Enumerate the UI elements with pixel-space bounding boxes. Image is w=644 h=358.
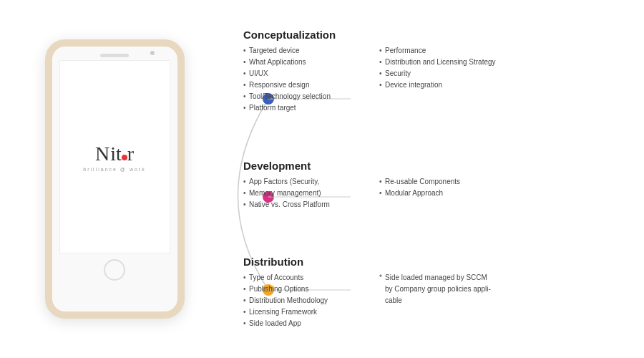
distribution-right-col: * Side loaded managed by SCCMby Company …	[379, 272, 494, 329]
phone-top-bar	[52, 47, 177, 60]
list-item: Platform target	[243, 102, 358, 114]
conceptualization-title: Conceptualization	[243, 29, 623, 41]
list-item: Responsive design	[243, 79, 358, 91]
list-item: Performance	[379, 45, 496, 57]
nitor-r: r	[127, 142, 134, 165]
distribution-left-col: Type of Accounts Publishing Options Dist…	[243, 272, 358, 329]
phone-camera	[150, 51, 155, 55]
phone-speaker	[100, 54, 129, 57]
nitor-tagline: brilliance @ work	[83, 167, 145, 172]
nitor-logo: N i t r brilliance @ work	[83, 142, 145, 172]
development-right-col: Re-usable Components Modular Approach	[379, 176, 494, 211]
content-section: Conceptualization Targeted device What A…	[229, 14, 644, 344]
phone-screen: N i t r brilliance @ work	[59, 60, 170, 253]
list-item: * Side loaded managed by SCCMby Company …	[379, 272, 494, 306]
list-item: Side loaded App	[243, 318, 358, 329]
conceptualization-content: Targeted device What Applications UI/UX …	[243, 45, 623, 114]
list-item: Distribution Methodology	[243, 295, 358, 306]
list-item: Distribution and Licensing Strategy	[379, 57, 496, 68]
list-item: Publishing Options	[243, 284, 358, 295]
phase-distribution: Distribution Type of Accounts Publishing…	[236, 256, 623, 329]
phone-home-button	[104, 259, 125, 281]
phase-conceptualization: Conceptualization Targeted device What A…	[236, 29, 623, 114]
distribution-content: Type of Accounts Publishing Options Dist…	[243, 272, 623, 329]
nitor-i: i	[110, 142, 116, 165]
list-item: Native vs. Cross Platform	[243, 199, 358, 211]
nitor-red-dot	[122, 155, 127, 160]
conceptualization-left-col: Targeted device What Applications UI/UX …	[243, 45, 358, 114]
nitor-name-text: N	[95, 142, 110, 165]
nitor-t: t	[116, 142, 122, 165]
list-item: Licensing Framework	[243, 306, 358, 318]
list-item: Security	[379, 68, 496, 79]
list-item: App Factors (Security,	[243, 176, 358, 188]
list-item: Targeted device	[243, 45, 358, 57]
phase-development: Development App Factors (Security, Memor…	[236, 160, 623, 211]
phone-device: N i t r brilliance @ work	[45, 39, 185, 319]
list-item: UI/UX	[243, 68, 358, 79]
development-left-col: App Factors (Security, Memory management…	[243, 176, 358, 211]
conceptualization-right-col: Performance Distribution and Licensing S…	[379, 45, 496, 114]
list-item: Modular Approach	[379, 188, 494, 199]
list-item: Re-usable Components	[379, 176, 494, 188]
phone-section: N i t r brilliance @ work	[0, 0, 229, 358]
page-wrapper: N i t r brilliance @ work	[0, 0, 644, 358]
distribution-title: Distribution	[243, 256, 623, 268]
list-item: What Applications	[243, 57, 358, 68]
list-item: Device integration	[379, 79, 496, 91]
list-item: Memory management)	[243, 188, 358, 199]
list-item: Type of Accounts	[243, 272, 358, 284]
development-content: App Factors (Security, Memory management…	[243, 176, 623, 211]
list-item: Tool/Technology selection	[243, 91, 358, 102]
development-title: Development	[243, 160, 623, 172]
